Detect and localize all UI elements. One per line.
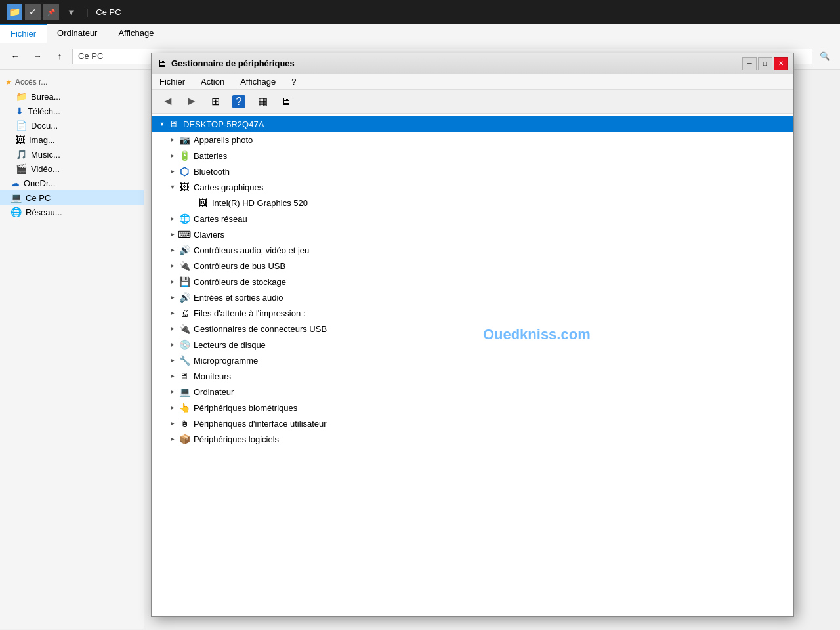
- biometric-icon: 👆: [178, 401, 191, 414]
- hid-expand: ►: [167, 418, 178, 429]
- gpu-label: Cartes graphiques: [194, 182, 263, 192]
- dm-menu-fichier[interactable]: Fichier: [152, 75, 193, 88]
- sidebar-item-videos[interactable]: 🎬 Vidéo...: [0, 161, 144, 176]
- tree-item-gpu[interactable]: ▼ 🖼 Cartes graphiques: [152, 179, 793, 195]
- software-expand: ►: [167, 434, 178, 444]
- batteries-icon: 🔋: [178, 149, 191, 162]
- view1-icon: ⊞: [208, 94, 222, 109]
- tree-item-firmware[interactable]: ► 🔧 Microprogramme: [152, 352, 793, 368]
- music-icon: 🎵: [16, 149, 27, 159]
- biometric-label: Périphériques biométriques: [194, 403, 297, 413]
- up-button[interactable]: ↑: [50, 47, 70, 66]
- tree-item-usb-manager[interactable]: ► 🔌 Gestionnaires de connecteurs USB: [152, 321, 793, 337]
- quick-access-section[interactable]: ★ Accès r...: [0, 75, 144, 89]
- tab-ordinateur[interactable]: Ordinateur: [47, 24, 108, 43]
- tree-item-camera[interactable]: ► 📷 Appareils photo: [152, 132, 793, 148]
- help-icon: ?: [232, 95, 245, 108]
- tree-item-print-queue[interactable]: ► 🖨 Files d'attente à l'impression :: [152, 305, 793, 321]
- sidebar-label-music: Music...: [31, 150, 60, 159]
- root-label: DESKTOP-5R2Q47A: [183, 119, 264, 129]
- dm-menu-affichage[interactable]: Affichage: [232, 75, 284, 88]
- tree-item-computer[interactable]: ► 💻 Ordinateur: [152, 384, 793, 400]
- quick-access-label: Accès r...: [15, 77, 47, 87]
- sidebar-item-bureau[interactable]: 📁 Burea...: [0, 89, 144, 104]
- tree-item-monitors[interactable]: ► 🖥 Moniteurs: [152, 368, 793, 384]
- firmware-label: Microprogramme: [194, 356, 258, 366]
- tree-item-network[interactable]: ► 🌐 Cartes réseau: [152, 211, 793, 226]
- back-button[interactable]: ←: [5, 47, 25, 66]
- tree-item-audio[interactable]: ► 🔊 Contrôleurs audio, vidéo et jeu: [152, 242, 793, 258]
- computer-icon: 🖥: [167, 117, 180, 131]
- network-icon: 🌐: [10, 207, 22, 217]
- keyboards-label: Claviers: [194, 230, 224, 240]
- tree-item-biometric[interactable]: ► 👆 Périphériques biométriques: [152, 400, 793, 415]
- computer-expand: ►: [167, 387, 178, 397]
- dm-title-text: Gestionnaire de périphériques: [171, 58, 738, 68]
- maximize-button[interactable]: □: [758, 57, 772, 70]
- sidebar-label-dl: Téléch...: [28, 106, 60, 116]
- sidebar-item-documents[interactable]: 📄 Docu...: [0, 118, 144, 133]
- storage-expand: ►: [167, 276, 178, 287]
- camera-icon: 📷: [178, 133, 191, 146]
- forward-button[interactable]: →: [28, 47, 47, 66]
- forward-arrow-icon: ►: [184, 94, 199, 109]
- tree-root-desktop[interactable]: ▼ 🖥 DESKTOP-5R2Q47A: [152, 116, 793, 132]
- tree-item-usb[interactable]: ► 🔌 Contrôleurs de bus USB: [152, 258, 793, 274]
- minimize-button[interactable]: ─: [742, 57, 757, 70]
- star-icon: ★: [5, 77, 12, 87]
- tree-item-storage[interactable]: ► 💾 Contrôleurs de stockage: [152, 274, 793, 289]
- camera-label: Appareils photo: [194, 135, 253, 145]
- audio-io-expand: ►: [167, 292, 178, 303]
- computer-label: Ordinateur: [194, 387, 234, 397]
- tree-item-hid[interactable]: ► 🖱 Périphériques d'interface utilisateu…: [152, 415, 793, 431]
- dm-back-button[interactable]: ◄: [157, 92, 179, 112]
- dm-title-icon: 🖥: [157, 58, 167, 70]
- usb-expand: ►: [167, 261, 178, 271]
- storage-label: Contrôleurs de stockage: [194, 277, 286, 287]
- gpu-expand: ▼: [167, 182, 178, 192]
- back-arrow-icon: ◄: [161, 94, 175, 109]
- dm-menu-help[interactable]: ?: [284, 75, 304, 88]
- dm-menu-action[interactable]: Action: [193, 75, 232, 88]
- keyboards-expand: ►: [167, 229, 178, 240]
- folder-icon: 📁: [7, 4, 22, 20]
- biometric-expand: ►: [167, 402, 178, 413]
- sidebar-item-images[interactable]: 🖼 Imag...: [0, 133, 144, 147]
- device-manager-window: 🖥 Gestionnaire de périphériques ─ □ ✕ Fi…: [151, 52, 794, 617]
- root-expand-arrow: ▼: [157, 119, 167, 129]
- search-button[interactable]: 🔍: [815, 47, 835, 66]
- tree-item-software[interactable]: ► 📦 Périphériques logiciels: [152, 431, 793, 447]
- tab-fichier[interactable]: Fichier: [0, 24, 47, 43]
- audio-expand: ►: [167, 245, 178, 255]
- disk-icon: 💿: [178, 338, 191, 351]
- software-icon: 📦: [178, 432, 191, 446]
- sidebar-item-telechargements[interactable]: ⬇ Téléch...: [0, 104, 144, 118]
- sidebar-item-reseau[interactable]: 🌐 Réseau...: [0, 205, 144, 219]
- tree-item-keyboards[interactable]: ► ⌨ Claviers: [152, 226, 793, 242]
- network-label: Cartes réseau: [194, 214, 247, 224]
- quick-access-icon: 📌: [43, 4, 59, 20]
- dm-view1-button[interactable]: ⊞: [204, 92, 226, 112]
- network-expand: ►: [167, 213, 178, 224]
- title-separator: ▼: [67, 7, 75, 17]
- dm-forward-button[interactable]: ►: [180, 92, 203, 112]
- dm-view2-button[interactable]: ▦: [251, 92, 274, 112]
- print-label: Files d'attente à l'impression :: [194, 308, 305, 318]
- dm-monitor-button[interactable]: 🖥: [275, 92, 297, 112]
- close-button[interactable]: ✕: [774, 57, 788, 70]
- monitor-icon: 🖥: [279, 94, 293, 109]
- pc-icon: 💻: [10, 192, 22, 203]
- ribbon: Fichier Ordinateur Affichage: [0, 24, 840, 43]
- tree-item-intel-gpu[interactable]: 🖼 Intel(R) HD Graphics 520: [152, 195, 793, 211]
- tree-item-batteries[interactable]: ► 🔋 Batteries: [152, 148, 793, 163]
- view2-icon: ▦: [255, 94, 270, 109]
- tree-item-bluetooth[interactable]: ► ⬡ Bluetooth: [152, 163, 793, 179]
- tree-item-disk[interactable]: ► 💿 Lecteurs de disque: [152, 337, 793, 352]
- sidebar-item-onedrive[interactable]: ☁ OneDr...: [0, 176, 144, 190]
- sidebar-item-musique[interactable]: 🎵 Music...: [0, 147, 144, 161]
- sidebar-item-cepc[interactable]: 💻 Ce PC: [0, 190, 144, 205]
- intel-expand: [186, 198, 196, 208]
- dm-help-button[interactable]: ?: [228, 92, 250, 112]
- tab-affichage[interactable]: Affichage: [108, 24, 164, 43]
- tree-item-audio-io[interactable]: ► 🔊 Entrées et sorties audio: [152, 289, 793, 305]
